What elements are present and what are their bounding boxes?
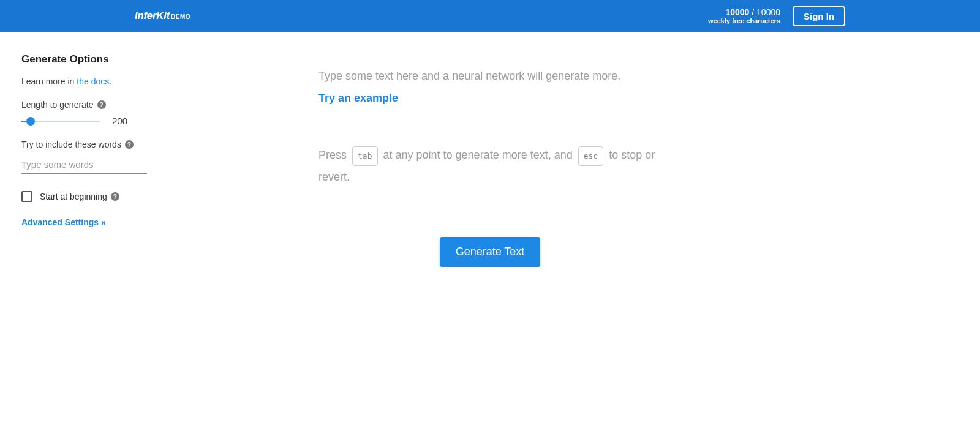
length-value: 200 [112, 116, 127, 126]
try-example-link[interactable]: Try an example [318, 88, 398, 108]
start-label-wrap: Start at beginning ? [40, 192, 119, 201]
header-right: 10000 / 10000 weekly free characters Sig… [708, 6, 845, 26]
docs-link[interactable]: the docs [77, 77, 109, 86]
length-slider[interactable] [21, 117, 100, 126]
learn-prefix: Learn more in [21, 77, 77, 86]
generate-button[interactable]: Generate Text [440, 237, 541, 267]
learn-more: Learn more in the docs. [21, 77, 168, 86]
logo-main: InferKit [135, 10, 170, 21]
kbd-esc: esc [578, 146, 603, 166]
start-at-beginning-row: Start at beginning ? [21, 191, 168, 202]
generate-row: Generate Text [318, 237, 662, 267]
advanced-settings-link[interactable]: Advanced Settings » [21, 217, 106, 227]
length-label: Length to generate [21, 100, 94, 110]
logo[interactable]: InferKitDEMO [135, 10, 190, 22]
chars-sep: / [749, 7, 756, 17]
keyboard-hint: Press tab at any point to generate more … [318, 144, 662, 188]
length-label-row: Length to generate ? [21, 100, 168, 110]
chars-total: 10000 [756, 7, 780, 17]
logo-sub: DEMO [171, 13, 190, 20]
chars-current: 10000 [725, 7, 749, 17]
sidebar-title: Generate Options [21, 53, 168, 66]
main: Generate Options Learn more in the docs.… [0, 32, 980, 267]
help-icon[interactable]: ? [125, 140, 134, 149]
editor-placeholder: Type some text here and a neural network… [318, 66, 662, 86]
help-icon[interactable]: ? [97, 100, 106, 109]
kbd-tab: tab [352, 146, 377, 166]
sidebar: Generate Options Learn more in the docs.… [21, 53, 168, 267]
learn-suffix: . [109, 77, 111, 86]
hint-press: Press [318, 149, 350, 161]
start-label: Start at beginning [40, 192, 107, 201]
hint-mid: at any point to generate more text, and [380, 149, 576, 161]
slider-thumb[interactable] [26, 117, 35, 126]
help-icon[interactable]: ? [111, 192, 119, 201]
editor-area[interactable]: Type some text here and a neural network… [318, 66, 662, 188]
sign-in-button[interactable]: Sign In [793, 6, 845, 26]
length-slider-row: 200 [21, 116, 168, 126]
include-words-input[interactable] [21, 156, 147, 174]
chars-remaining: 10000 / 10000 weekly free characters [708, 7, 780, 25]
chars-sublabel: weekly free characters [708, 17, 780, 25]
content: Type some text here and a neural network… [168, 53, 980, 267]
start-checkbox[interactable] [21, 191, 32, 202]
header: InferKitDEMO 10000 / 10000 weekly free c… [0, 0, 980, 32]
include-label: Try to include these words [21, 140, 121, 149]
include-label-row: Try to include these words ? [21, 140, 168, 149]
